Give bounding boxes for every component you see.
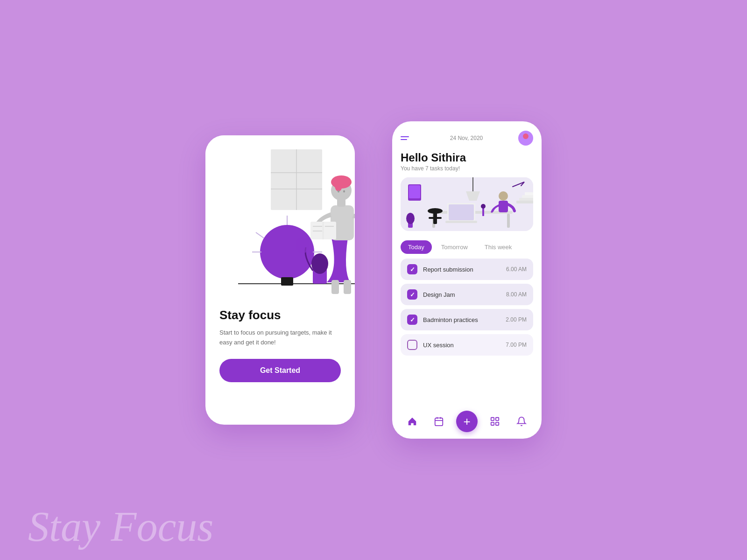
bottom-nav: + bbox=[392, 406, 542, 439]
get-started-button[interactable]: Get Started bbox=[219, 359, 341, 382]
svg-point-46 bbox=[499, 191, 508, 201]
task-time-3: 2.00 PM bbox=[506, 316, 527, 323]
onboarding-description: Start to focus on pursuing targets, make… bbox=[219, 328, 341, 348]
svg-rect-61 bbox=[496, 422, 499, 425]
svg-rect-60 bbox=[491, 422, 494, 425]
table-row[interactable]: Design Jam 8.00 AM bbox=[401, 284, 533, 305]
svg-point-26 bbox=[343, 190, 345, 193]
date-label: 24 Nov, 2020 bbox=[450, 135, 483, 141]
nav-grid-icon[interactable] bbox=[486, 412, 504, 431]
task-checkbox-3[interactable] bbox=[407, 315, 417, 325]
onboarding-title: Stay focus bbox=[219, 308, 341, 322]
svg-rect-37 bbox=[507, 214, 510, 228]
table-row[interactable]: Badminton practices 2.00 PM bbox=[401, 309, 533, 330]
tab-today[interactable]: Today bbox=[401, 240, 432, 254]
svg-rect-51 bbox=[525, 192, 533, 195]
task-time-4: 7.00 PM bbox=[506, 342, 527, 348]
task-name-1: Report submission bbox=[423, 266, 500, 273]
svg-rect-58 bbox=[491, 418, 494, 420]
table-row[interactable]: UX session 7.00 PM bbox=[401, 334, 533, 356]
greeting-subtitle: You have 7 tasks today! bbox=[401, 165, 533, 172]
svg-rect-49 bbox=[519, 198, 533, 201]
svg-point-29 bbox=[523, 133, 529, 139]
svg-rect-59 bbox=[496, 418, 499, 420]
svg-rect-50 bbox=[522, 195, 533, 198]
svg-point-53 bbox=[406, 213, 415, 224]
svg-rect-48 bbox=[516, 201, 533, 203]
task-name-4: UX session bbox=[423, 342, 500, 349]
task-name-2: Design Jam bbox=[423, 291, 500, 298]
svg-rect-27 bbox=[331, 280, 339, 294]
svg-rect-6 bbox=[281, 277, 293, 286]
tab-thisweek[interactable]: This week bbox=[477, 240, 520, 254]
task-time-1: 6.00 AM bbox=[506, 266, 527, 273]
phone-task-manager: 24 Nov, 2020 Hello Sithira You have 7 ta… bbox=[392, 121, 542, 439]
svg-rect-28 bbox=[344, 280, 351, 294]
greeting-section: Hello Sithira You have 7 tasks today! bbox=[392, 149, 542, 173]
phones-container: Stay focus Start to focus on pursuing ta… bbox=[205, 121, 542, 439]
watermark-text: Stay Focus bbox=[28, 503, 213, 551]
svg-point-14 bbox=[296, 237, 309, 253]
nav-calendar-icon[interactable] bbox=[430, 412, 448, 431]
svg-point-24 bbox=[335, 180, 342, 191]
svg-rect-45 bbox=[429, 217, 442, 219]
banner-illustration bbox=[401, 177, 533, 231]
task-time-2: 8.00 AM bbox=[506, 291, 527, 298]
svg-point-25 bbox=[338, 190, 339, 193]
tabs-section: Today Tomorrow This week bbox=[392, 236, 542, 257]
svg-rect-32 bbox=[409, 185, 420, 198]
svg-rect-40 bbox=[445, 221, 477, 223]
svg-rect-39 bbox=[449, 204, 474, 220]
task-list: Report submission 6.00 AM Design Jam 8.0… bbox=[392, 257, 542, 406]
svg-rect-54 bbox=[435, 418, 443, 426]
nav-home-icon[interactable] bbox=[403, 412, 422, 431]
tab-tomorrow[interactable]: Tomorrow bbox=[434, 240, 475, 254]
nav-bell-icon[interactable] bbox=[512, 412, 531, 431]
avatar[interactable] bbox=[518, 131, 533, 146]
onboarding-illustration bbox=[205, 135, 355, 303]
svg-point-42 bbox=[481, 204, 486, 209]
svg-rect-47 bbox=[499, 201, 508, 212]
task-checkbox-4[interactable] bbox=[407, 340, 417, 350]
top-bar: 24 Nov, 2020 bbox=[392, 121, 542, 149]
add-task-button[interactable]: + bbox=[456, 411, 478, 432]
phone-onboarding: Stay focus Start to focus on pursuing ta… bbox=[205, 135, 355, 425]
menu-icon[interactable] bbox=[401, 131, 415, 145]
task-checkbox-1[interactable] bbox=[407, 264, 417, 274]
task-checkbox-2[interactable] bbox=[407, 289, 417, 300]
svg-point-13 bbox=[311, 253, 328, 274]
onboarding-content: Stay focus Start to focus on pursuing ta… bbox=[205, 303, 355, 392]
greeting-hello: Hello Sithira bbox=[401, 151, 533, 164]
task-name-3: Badminton practices bbox=[423, 316, 500, 323]
svg-line-8 bbox=[256, 232, 264, 238]
table-row[interactable]: Report submission 6.00 AM bbox=[401, 259, 533, 280]
